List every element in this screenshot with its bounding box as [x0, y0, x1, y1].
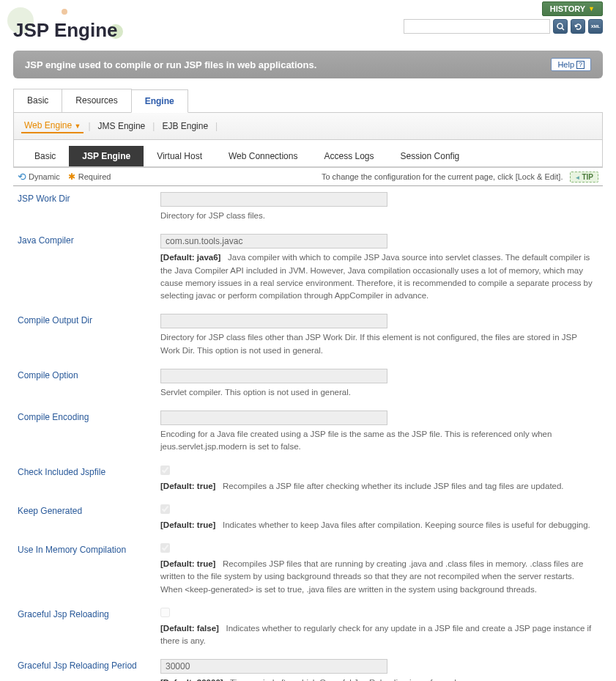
label-check-included: Check Included Jspfile — [18, 465, 160, 477]
tabs-level2: Web Engine ▼ | JMS Engine | EJB Engine | — [21, 119, 595, 133]
desc-java-compiler: Java compiler with which to compile JSP … — [160, 253, 593, 300]
history-button[interactable]: HISTORY ▼ — [542, 1, 603, 16]
required-icon: ✱ — [67, 172, 76, 181]
svg-point-3 — [557, 23, 563, 29]
tab-access-logs[interactable]: Access Logs — [311, 146, 387, 166]
default-check-included: [Default: true] — [160, 482, 215, 490]
desc-graceful: Indicates whether to regularly check for… — [160, 624, 591, 645]
label-compile-option: Compile Option — [18, 369, 160, 380]
tab-jsp-engine[interactable]: JSP Engine — [69, 146, 144, 166]
desc-graceful-period: Time period after which Graceful Jsp Rel… — [230, 678, 459, 681]
checkbox-check-included[interactable] — [160, 465, 170, 475]
description-bar: JSP engine used to compile or run JSP fi… — [13, 51, 603, 78]
label-in-memory: Use In Memory Compilation — [18, 543, 160, 555]
form-table: JSP Work Dir Directory for JSP class fil… — [13, 186, 603, 681]
default-java-compiler: [Default: java6] — [160, 253, 220, 262]
tab-resources[interactable]: Resources — [62, 89, 131, 112]
label-compile-output-dir: Compile Output Dir — [18, 314, 160, 325]
tab-web-connections[interactable]: Web Connections — [215, 146, 311, 166]
checkbox-keep-generated[interactable] — [160, 504, 170, 514]
legend-row: ⟲ Dynamic ✱ Required To change the confi… — [13, 168, 603, 186]
history-label: HISTORY — [550, 4, 585, 13]
desc-jsp-work-dir: Directory for JSP class files. — [160, 210, 598, 222]
description-text: JSP engine used to compile or run JSP fi… — [25, 59, 316, 70]
tabs-level1: Basic Resources Engine — [13, 89, 603, 113]
svg-line-4 — [562, 28, 564, 30]
desc-compile-encoding: Encoding for a Java file created using a… — [160, 428, 598, 454]
tab-basic-sub[interactable]: Basic — [21, 146, 69, 166]
tab-virtual-host[interactable]: Virtual Host — [144, 146, 215, 166]
tab-session-config[interactable]: Session Config — [387, 146, 473, 166]
default-keep-generated: [Default: true] — [160, 520, 215, 529]
required-label: Required — [78, 172, 111, 181]
chevron-down-icon: ▼ — [75, 122, 81, 130]
checkbox-graceful[interactable] — [160, 608, 170, 617]
default-in-memory: [Default: true] — [160, 559, 215, 568]
desc-in-memory: Recompiles JSP files that are running by… — [160, 559, 583, 594]
label-keep-generated: Keep Generated — [18, 504, 160, 516]
tab-web-engine[interactable]: Web Engine ▼ — [21, 119, 84, 133]
tabs-level3: Basic JSP Engine Virtual Host Web Connec… — [14, 140, 602, 167]
dynamic-label: Dynamic — [29, 172, 60, 181]
input-compile-encoding[interactable] — [160, 411, 387, 425]
label-java-compiler: Java Compiler — [18, 234, 160, 246]
tab-ejb-engine[interactable]: EJB Engine — [159, 119, 211, 133]
help-button[interactable]: Help ? — [551, 58, 591, 71]
desc-compile-option: Servlet compiler. This option is not use… — [160, 386, 598, 399]
tab-jms-engine[interactable]: JMS Engine — [95, 119, 149, 133]
input-graceful-period[interactable] — [160, 659, 387, 674]
default-graceful-period: [Default: 30000] — [160, 678, 223, 681]
refresh-icon[interactable] — [571, 19, 585, 34]
tab-engine[interactable]: Engine — [131, 89, 188, 113]
input-compile-output-dir[interactable] — [160, 314, 387, 328]
search-input[interactable] — [404, 19, 550, 34]
desc-keep-generated: Indicates whether to keep Java files aft… — [223, 520, 590, 529]
desc-check-included: Recompiles a JSP file after checking whe… — [223, 482, 564, 490]
tip-message: To change the configuration for the curr… — [322, 172, 563, 181]
page-title: JSP Engine — [13, 19, 118, 42]
input-java-compiler[interactable] — [160, 234, 387, 249]
label-graceful-period: Graceful Jsp Reloading Period — [18, 659, 160, 671]
desc-compile-output-dir: Directory for JSP class files other than… — [160, 331, 598, 357]
checkbox-in-memory[interactable] — [160, 543, 170, 553]
chevron-down-icon: ▼ — [588, 5, 595, 12]
tip-badge: TIP — [570, 172, 598, 183]
xml-icon[interactable]: XML — [588, 19, 603, 34]
label-graceful: Graceful Jsp Reloading — [18, 608, 160, 619]
dynamic-icon: ⟲ — [18, 172, 26, 181]
search-icon[interactable] — [553, 19, 568, 34]
input-compile-option[interactable] — [160, 369, 387, 383]
input-jsp-work-dir[interactable] — [160, 192, 387, 207]
svg-point-1 — [62, 9, 67, 15]
label-jsp-work-dir: JSP Work Dir — [18, 192, 160, 204]
tab-basic[interactable]: Basic — [13, 89, 62, 112]
label-compile-encoding: Compile Encoding — [18, 411, 160, 422]
default-graceful: [Default: false] — [160, 624, 219, 633]
help-label: Help — [557, 60, 574, 69]
help-icon: ? — [576, 61, 585, 69]
